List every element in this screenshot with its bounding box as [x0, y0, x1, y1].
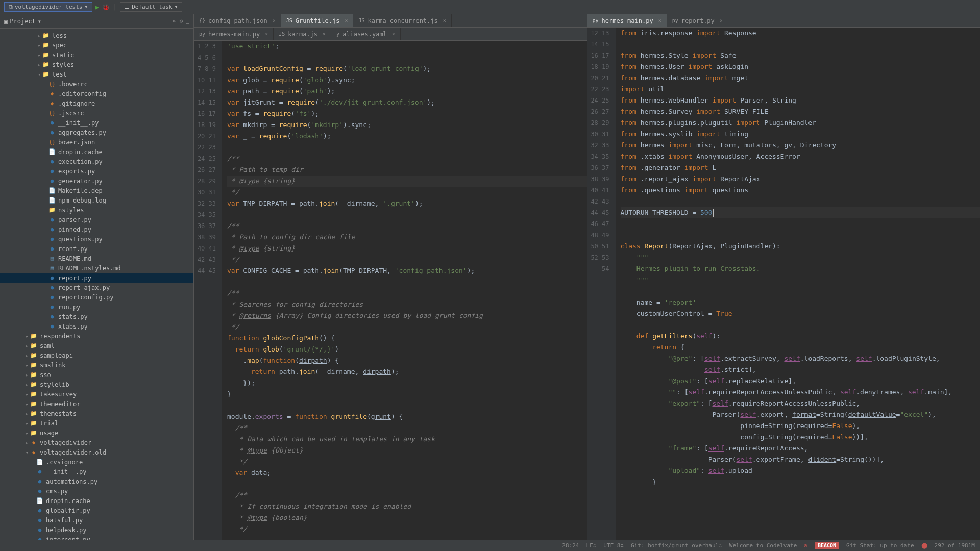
line-ending[interactable]: LF≎	[586, 542, 596, 549]
gear-icon[interactable]: ⚙	[179, 18, 183, 24]
tree-item[interactable]: ●automations.py	[0, 477, 193, 486]
git-stat[interactable]: Git Stat: up-to-date	[846, 542, 914, 549]
tree-item[interactable]: ●globalfir.py	[0, 506, 193, 515]
tree-item[interactable]: ●stats.py	[0, 312, 193, 321]
left-editor-pane: {}config-path.json×JSGruntfile.js×JSkarm…	[194, 14, 587, 540]
close-icon[interactable]: ×	[345, 18, 348, 23]
tree-item[interactable]: ●xtabs.py	[0, 321, 193, 331]
tree-item[interactable]: ◆.gitignore	[0, 98, 193, 108]
memory-indicator[interactable]: 292 of 1981M	[935, 542, 975, 549]
default-task-selector[interactable]: ☰ Default task ▾	[120, 2, 182, 12]
close-icon[interactable]: ×	[265, 31, 268, 37]
tree-item[interactable]: 📁nstyles	[0, 205, 193, 215]
tree-item[interactable]: ▸📁saml	[0, 341, 193, 350]
tree-item[interactable]: ▸📁styles	[0, 60, 193, 69]
tree-item[interactable]: ▸📁respondents	[0, 331, 193, 341]
close-icon[interactable]: ×	[443, 18, 446, 23]
tree-item[interactable]: ▸📁trial	[0, 418, 193, 428]
git-branch[interactable]: Git: hotfix/grunt-overhaul≎	[631, 542, 722, 549]
tree-item[interactable]: ●parser.py	[0, 215, 193, 224]
close-icon[interactable]: ×	[392, 31, 395, 37]
chevron-down-icon: ▾	[175, 4, 178, 10]
beacon-badge[interactable]: BEACON	[815, 542, 839, 549]
tree-item[interactable]: ◆.editorconfig	[0, 89, 193, 98]
tree-item[interactable]: ●report_ajax.py	[0, 283, 193, 292]
editor-content-right[interactable]: 12 13 14 15 16 17 18 19 20 21 22 23 24 2…	[587, 28, 981, 540]
tree-item[interactable]: ●report.py	[0, 273, 193, 283]
close-icon[interactable]: ×	[658, 18, 662, 23]
tree-item[interactable]: ●run.py	[0, 302, 193, 312]
editor-tab[interactable]: pyhermes-main.py×	[194, 28, 274, 40]
tree-item[interactable]: ●questions.py	[0, 234, 193, 244]
gutter-right: 12 13 14 15 16 17 18 19 20 21 22 23 24 2…	[587, 28, 616, 540]
tree-item[interactable]: ●reportconfig.py	[0, 292, 193, 302]
editor-tab[interactable]: {}config-path.json×	[194, 14, 281, 27]
tab-bar-top: {}config-path.json×JSGruntfile.js×JSkarm…	[194, 14, 587, 28]
tree-item[interactable]: ●execution.py	[0, 157, 193, 166]
tree-item[interactable]: ▸📁smslink	[0, 360, 193, 370]
encoding[interactable]: UTF-8≎	[603, 542, 624, 549]
tree-item[interactable]: ●generator.py	[0, 176, 193, 186]
tree-item[interactable]: ▸📁sso	[0, 370, 193, 380]
chevron-down-icon: ▾	[84, 4, 88, 10]
collapse-icon[interactable]: ⇤	[173, 18, 177, 24]
debug-icon[interactable]: 🐞	[102, 4, 110, 11]
editor-tab[interactable]: JSGruntfile.js×	[281, 14, 354, 27]
cursor-position[interactable]: 28:24	[562, 542, 579, 549]
tree-item[interactable]: ▸📁less	[0, 31, 193, 40]
editor-tab[interactable]: JSkarma-concurrent.js×	[353, 14, 451, 27]
project-title[interactable]: ▣ Project ▾	[4, 18, 41, 25]
tree-item[interactable]: 📄npm-debug.log	[0, 195, 193, 205]
tree-item[interactable]: {}bower.json	[0, 137, 193, 147]
tree-item[interactable]: ▤README.nstyles.md	[0, 263, 193, 273]
close-icon[interactable]: ×	[720, 18, 723, 23]
editor-tab[interactable]: JSkarma.js×	[274, 28, 331, 40]
tree-item[interactable]: ●helpdesk.py	[0, 525, 193, 535]
code-left[interactable]: 'use strict'; var loadGruntConfig = requ…	[222, 41, 587, 540]
tree-item[interactable]: ▸📁takesurvey	[0, 389, 193, 399]
tree-item[interactable]: 📄dropin.cache	[0, 496, 193, 506]
tree-item[interactable]: ▸📁sampleapi	[0, 350, 193, 360]
run-config-label: voltagedivider tests	[15, 4, 82, 10]
error-icon[interactable]: ⊘	[804, 542, 807, 549]
test-icon: ⧉	[9, 4, 13, 10]
tree-item[interactable]: ▸📁stylelib	[0, 380, 193, 389]
tree-item[interactable]: ●__init__.py	[0, 118, 193, 128]
run-icon[interactable]: ▶	[95, 4, 99, 11]
tree-item[interactable]: {}.jscsrc	[0, 108, 193, 118]
tree-item[interactable]: {}.bowerrc	[0, 79, 193, 89]
editor-tab[interactable]: yaliases.yaml×	[331, 28, 401, 40]
tree-item[interactable]: 📄.cvsignore	[0, 457, 193, 467]
project-tree[interactable]: ▸📁less▸📁spec▸📁static▸📁styles▾📁test{}.bow…	[0, 29, 193, 540]
editor-content-left[interactable]: 1 2 3 4 5 6 7 8 9 10 11 12 13 14 15 16 1…	[194, 41, 587, 540]
tree-item[interactable]: ▾◆voltagedivider.old	[0, 447, 193, 457]
tree-item[interactable]: ▸📁usage	[0, 428, 193, 438]
tree-item[interactable]: ●hatsful.py	[0, 515, 193, 525]
project-panel: ▣ Project ▾ ⇤ ⚙ ⎯ ▸📁less▸📁spec▸📁static▸📁…	[0, 14, 194, 540]
tree-item[interactable]: 📄dropin.cache	[0, 147, 193, 157]
code-right[interactable]: from iris.response import Response from …	[616, 28, 981, 540]
tree-item[interactable]: ●exports.py	[0, 166, 193, 176]
tree-item[interactable]: ●aggregates.py	[0, 128, 193, 137]
tree-item[interactable]: ●pinned.py	[0, 224, 193, 234]
tree-item[interactable]: ●cms.py	[0, 486, 193, 496]
tree-item[interactable]: ▤README.md	[0, 254, 193, 263]
editor-tab[interactable]: pyhermes-main.py×	[587, 14, 667, 27]
editor-tab[interactable]: pyreport.py×	[667, 14, 728, 27]
close-icon[interactable]: ×	[273, 18, 276, 23]
tree-item[interactable]: ▾📁test	[0, 69, 193, 79]
tree-item[interactable]: ●intercept.py	[0, 535, 193, 540]
tree-item[interactable]: ▸📁spec	[0, 40, 193, 50]
hide-icon[interactable]: ⎯	[186, 18, 189, 24]
tree-item[interactable]: ●__init__.py	[0, 467, 193, 477]
project-header: ▣ Project ▾ ⇤ ⚙ ⎯	[0, 14, 193, 29]
tree-item[interactable]: ▸📁themeeditor	[0, 399, 193, 409]
tree-item[interactable]: 📄Makefile.dep	[0, 186, 193, 195]
close-icon[interactable]: ×	[323, 31, 326, 37]
warning-icon[interactable]: ⬤	[921, 542, 927, 549]
tree-item[interactable]: ▸📁themestats	[0, 409, 193, 418]
tree-item[interactable]: ▸◆voltagedivider	[0, 438, 193, 447]
run-config-selector[interactable]: ⧉ voltagedivider tests ▾	[4, 2, 92, 12]
tree-item[interactable]: ●rconf.py	[0, 244, 193, 254]
tree-item[interactable]: ▸📁static	[0, 50, 193, 60]
